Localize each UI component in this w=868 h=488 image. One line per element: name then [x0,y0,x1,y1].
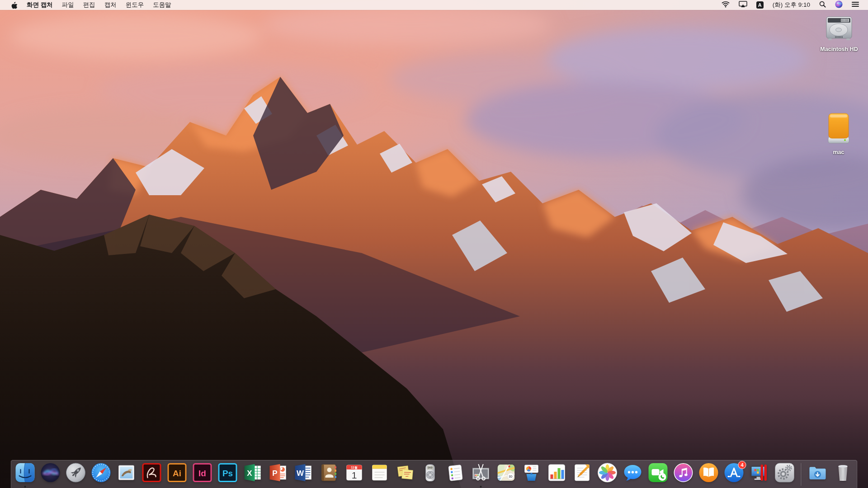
menu-window[interactable]: 윈도우 [121,0,149,10]
siri-menu[interactable] [830,0,847,10]
dock-item-indesign[interactable]: Id [192,462,213,488]
menu-file[interactable]: 파일 [57,0,79,10]
dock-item-illustrator[interactable]: Ai [167,462,188,488]
svg-text:Ai: Ai [173,469,181,478]
acrobat-icon [142,462,162,483]
indesign-icon: Id [192,462,213,483]
dock-item-itunes[interactable] [673,462,694,488]
dock-item-parallels[interactable] [749,462,770,488]
dock-item-finder[interactable] [15,462,36,488]
external-drive-icon [823,112,854,148]
parallels-icon [749,462,770,483]
notes-icon [369,462,390,483]
notification-center-icon [852,1,859,9]
contacts-icon [319,462,340,483]
dock-item-notes[interactable] [369,462,390,488]
reminders-icon [445,462,466,483]
dock-item-photoshop[interactable]: Ps [217,462,238,488]
dock-item-facetime[interactable] [648,462,669,488]
launchpad-icon [66,462,86,483]
dock-item-safari[interactable] [91,462,112,488]
dock-item-excel[interactable]: X [243,462,264,488]
desktop-icon-macintosh-hd[interactable]: Macintosh HD [813,15,865,52]
trash-icon [833,462,854,483]
dock-item-grab[interactable] [471,462,491,488]
dock-item-mail[interactable] [116,462,137,488]
illustrator-icon: Ai [167,462,188,483]
dock-item-app-store[interactable]: 4 [724,462,745,488]
safari-icon [91,462,112,483]
photos-icon [597,462,618,483]
notification-badge: 4 [738,461,746,469]
running-indicator [480,486,482,488]
dock-item-powerpoint[interactable]: P [268,462,289,488]
pages-icon [572,462,593,483]
dock-item-maps[interactable]: 3D [496,462,517,488]
svg-text:1: 1 [352,470,357,480]
spotlight-menu[interactable] [815,0,830,10]
grab-icon [471,462,491,483]
svg-text:P: P [272,469,277,478]
input-source-menu[interactable]: A [752,0,768,10]
wifi-icon [722,1,730,9]
dock-item-acrobat[interactable] [142,462,162,488]
dock-item-messages[interactable] [623,462,643,488]
keynote-icon [521,462,542,483]
menu-capture[interactable]: 캡처 [100,0,121,10]
notification-center-menu[interactable] [847,0,863,10]
dock-item-system-preferences[interactable] [774,462,795,488]
dock-item-reminders[interactable] [445,462,466,488]
dock: AiIdPsXPW11월1DVD3D4 [11,460,858,488]
svg-text:3D: 3D [509,475,513,478]
dock-item-ibooks[interactable] [698,462,719,488]
finder-icon [15,462,36,483]
menu-bar-left: 화면 캡처 파일 편집 캡처 윈도우 도움말 [0,0,176,10]
messages-icon [623,462,643,483]
powerpoint-icon: P [268,462,289,483]
word-icon: W [293,462,314,483]
dock-item-word[interactable]: W [293,462,314,488]
apple-icon [11,1,18,9]
dock-item-launchpad[interactable] [66,462,86,488]
siri-icon [40,462,61,483]
dock-item-stickies[interactable] [395,462,415,488]
svg-text:X: X [247,469,252,478]
dock-item-downloads[interactable] [807,462,828,488]
running-indicator [24,486,26,488]
desktop-icon-mac[interactable]: mac [812,112,865,155]
wifi-menu[interactable] [717,0,734,10]
dock-item-calendar[interactable]: 11월1 [344,462,365,488]
menu-app-name[interactable]: 화면 캡처 [22,0,57,10]
internal-drive-icon [824,15,854,45]
dock-item-numbers[interactable] [547,462,567,488]
siri-icon [835,0,843,9]
downloads-icon [807,462,828,483]
airplay-menu[interactable] [734,0,752,10]
dock-item-photos[interactable] [597,462,618,488]
apple-menu[interactable] [6,0,22,10]
dock-item-siri[interactable] [40,462,61,488]
menu-app-name-label: 화면 캡처 [27,1,53,9]
itunes-icon [673,462,694,483]
excel-icon: X [243,462,264,483]
ibooks-icon [698,462,719,483]
svg-text:11월: 11월 [351,466,357,469]
dock-item-contacts[interactable] [319,462,340,488]
menu-edit[interactable]: 편집 [79,0,100,10]
menu-help[interactable]: 도움말 [148,0,176,10]
dock-item-trash[interactable] [833,462,854,488]
svg-text:DVD: DVD [428,466,433,469]
mail-icon [116,462,137,483]
svg-text:W: W [297,469,304,478]
clock-menu[interactable]: (화) 오후 9:10 [768,0,815,10]
dvd-player-icon: DVD [420,462,441,483]
desktop-icon-label: Macintosh HD [820,46,858,52]
dock-item-dvd-player[interactable]: DVD [420,462,441,488]
numbers-icon [547,462,567,483]
spotlight-icon [819,1,826,9]
facetime-icon [648,462,669,483]
photoshop-icon: Ps [217,462,238,483]
svg-text:Ps: Ps [222,469,233,478]
dock-item-pages[interactable] [572,462,593,488]
dock-item-keynote[interactable] [521,462,542,488]
